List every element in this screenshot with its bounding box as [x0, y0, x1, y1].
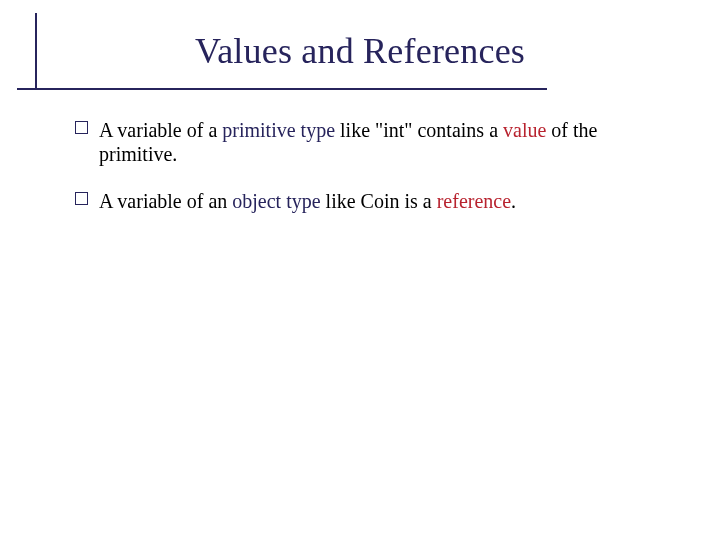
bullet-text-em2: reference: [437, 190, 511, 212]
bullet-text-mid: like "int" contains a: [335, 119, 503, 141]
bullet-item: A variable of an object type like Coin i…: [75, 189, 665, 213]
square-bullet-icon: [75, 121, 88, 134]
bullet-text-pre: A variable of an: [99, 190, 232, 212]
bullet-text-mid: like Coin is a: [321, 190, 437, 212]
bullet-text-pre: A variable of a: [99, 119, 222, 141]
title-ornament: [0, 88, 720, 118]
ornament-horizontal: [17, 88, 547, 90]
bullet-text-post: .: [511, 190, 516, 212]
bullet-text-em1: primitive type: [222, 119, 335, 141]
title-wrap: Values and References: [0, 30, 720, 72]
square-bullet-icon: [75, 192, 88, 205]
slide-body: A variable of a primitive type like "int…: [75, 118, 665, 235]
bullet-item: A variable of a primitive type like "int…: [75, 118, 665, 167]
slide: Values and References A variable of a pr…: [0, 0, 720, 540]
bullet-text-em1: object type: [232, 190, 320, 212]
slide-title: Values and References: [0, 30, 720, 72]
bullet-text-em2: value: [503, 119, 546, 141]
